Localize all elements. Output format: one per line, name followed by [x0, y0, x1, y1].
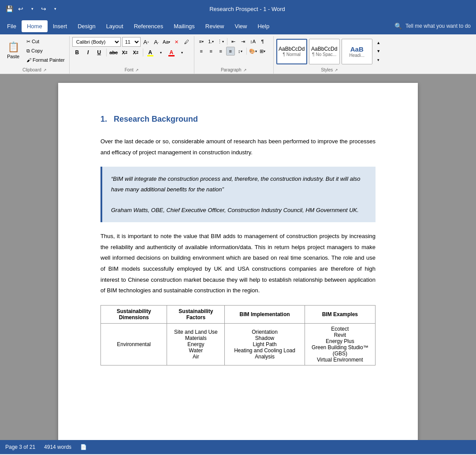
paste-label: Paste — [7, 54, 19, 59]
style-heading1[interactable]: AaB Headi... — [342, 39, 372, 64]
qat-dropdown-icon[interactable]: ▾ — [51, 5, 59, 13]
clipboard-expand-icon[interactable]: ↗ — [43, 68, 47, 72]
ribbon: 📋 Paste ✂ Cut ⧉ Copy 🖌 Format Painter — [0, 34, 476, 74]
menu-view[interactable]: View — [229, 20, 252, 32]
cut-button[interactable]: ✂ Cut — [25, 37, 67, 46]
menu-layout[interactable]: Layout — [101, 20, 129, 32]
styles-scroll-down[interactable]: ▼ — [374, 47, 383, 56]
quote-block: “BIM will integrate the construction pro… — [100, 167, 376, 222]
clipboard-content: 📋 Paste ✂ Cut ⧉ Copy 🖌 Format Painter — [2, 36, 67, 67]
paragraph-1[interactable]: Over the last decade or so, considerable… — [100, 136, 376, 158]
paragraph-content: ≡▾ 1.▾ ⋮▾ ⇤ ⇥ ↕A ¶ ≡ ≡ ≡ ≡ ↕▾ 🎨▾ — [196, 36, 271, 67]
line-spacing-button[interactable]: ↕▾ — [236, 47, 245, 56]
font-expand-icon[interactable]: ↗ — [135, 68, 139, 72]
clear-format-button[interactable]: ✕ — [172, 37, 181, 46]
font-color-button[interactable]: A — [167, 48, 176, 57]
superscript-button[interactable]: X2 — [131, 48, 141, 57]
align-center-button[interactable]: ≡ — [207, 47, 216, 56]
quote-text: “BIM will integrate the construction pro… — [111, 174, 367, 194]
menu-help[interactable]: Help — [252, 20, 275, 32]
table-cell-examples: Ecotect Revit Energy Plus Green Building… — [305, 324, 375, 365]
styles-label: Styles ↗ — [275, 67, 384, 74]
bullets-button[interactable]: ≡▾ — [197, 37, 206, 46]
undo-icon[interactable]: ↩ — [17, 5, 25, 13]
style-heading-preview: AaB — [350, 45, 364, 53]
quote-attribution: Graham Watts, OBE, Chief Executive Offic… — [111, 205, 367, 215]
menu-review[interactable]: Review — [200, 20, 230, 32]
shading-button[interactable]: 🎨▾ — [249, 47, 257, 56]
font-family-select[interactable]: Calibri (Body) — [72, 37, 121, 47]
font-color-dropdown[interactable]: ▾ — [178, 48, 186, 57]
decrease-indent-button[interactable]: ⇤ — [229, 37, 238, 46]
styles-content: AaBbCcDd ¶ Normal AaBbCcDd ¶ No Spac... … — [275, 36, 384, 67]
increase-indent-button[interactable]: ⇥ — [239, 37, 248, 46]
table-row: Environmental Site and Land Use Material… — [101, 324, 376, 365]
menu-design[interactable]: Design — [72, 20, 100, 32]
highlight-eraser-button[interactable]: 🖊 — [182, 37, 191, 46]
font-divider2 — [143, 48, 143, 56]
justify-button[interactable]: ≡ — [226, 47, 235, 56]
tell-me-label[interactable]: Tell me what you want to do — [405, 23, 471, 29]
format-painter-button[interactable]: 🖌 Format Painter — [25, 56, 67, 64]
search-icon: 🔍 — [394, 22, 402, 30]
style-normal[interactable]: AaBbCcDd ¶ Normal — [276, 39, 307, 64]
copy-icon: ⧉ — [26, 48, 30, 54]
font-controls: Calibri (Body) 11 A+ A- Aa▾ ✕ 🖊 B I U — [72, 37, 191, 57]
bold-button[interactable]: B — [72, 48, 82, 57]
paragraph-group: ≡▾ 1.▾ ⋮▾ ⇤ ⇥ ↕A ¶ ≡ ≡ ≡ ≡ ↕▾ 🎨▾ — [194, 36, 274, 74]
para-row1: ≡▾ 1.▾ ⋮▾ ⇤ ⇥ ↕A ¶ — [197, 37, 267, 46]
redo-icon[interactable]: ↪ — [40, 5, 48, 13]
styles-expand[interactable]: ▾ — [374, 56, 383, 64]
sort-button[interactable]: ↕A — [249, 37, 257, 46]
underline-button[interactable]: U — [94, 48, 104, 57]
align-left-button[interactable]: ≡ — [197, 47, 206, 56]
strikethrough-button[interactable]: abc — [109, 48, 119, 57]
text-highlight-dropdown[interactable]: ▾ — [156, 48, 165, 57]
font-content: Calibri (Body) 11 A+ A- Aa▾ ✕ 🖊 B I U — [71, 36, 192, 67]
increase-font-button[interactable]: A+ — [142, 37, 151, 46]
style-no-spacing[interactable]: AaBbCcDd ¶ No Spac... — [309, 39, 340, 64]
table-header-examples: BIM Examples — [305, 306, 375, 324]
clipboard-label: Clipboard ↗ — [2, 67, 67, 74]
subscript-button[interactable]: X2 — [120, 48, 130, 57]
save-icon[interactable]: 💾 — [5, 5, 13, 13]
document-page: 1. Research Background Over the last dec… — [58, 83, 418, 440]
para-divider1 — [227, 38, 227, 45]
sustainability-table: Sustainability Dimensions Sustainability… — [100, 305, 376, 365]
styles-group: AaBbCcDd ¶ Normal AaBbCcDd ¶ No Spac... … — [274, 36, 386, 74]
page-info: Page 3 of 21 — [5, 444, 35, 450]
change-case-button[interactable]: Aa▾ — [162, 37, 171, 46]
align-right-button[interactable]: ≡ — [216, 47, 225, 56]
clipboard-group: 📋 Paste ✂ Cut ⧉ Copy 🖌 Format Painter — [0, 36, 70, 74]
document-heading: 1. Research Background — [100, 115, 376, 124]
paragraph-expand-icon[interactable]: ↗ — [243, 68, 247, 72]
heading-number: 1. — [100, 115, 107, 123]
undo-dropdown-icon[interactable]: ▾ — [28, 5, 36, 13]
cut-icon: ✂ — [26, 39, 30, 45]
decrease-font-button[interactable]: A- — [152, 37, 161, 46]
italic-button[interactable]: I — [83, 48, 93, 57]
styles-scroll-up[interactable]: ▲ — [374, 39, 383, 47]
style-nospace-label: ¶ No Spac... — [312, 52, 336, 57]
paragraph-2[interactable]: Thus, it is important to note the value … — [100, 231, 376, 296]
format-painter-label: Format Painter — [33, 57, 65, 63]
font-label: Font ↗ — [71, 67, 192, 74]
borders-button[interactable]: ⊞▾ — [258, 47, 267, 56]
styles-expand-icon[interactable]: ↗ — [335, 68, 338, 72]
menu-mailings[interactable]: Mailings — [168, 20, 200, 32]
para-row2: ≡ ≡ ≡ ≡ ↕▾ 🎨▾ ⊞▾ — [197, 47, 267, 56]
multilevel-list-button[interactable]: ⋮▾ — [216, 37, 225, 46]
menu-file[interactable]: File — [2, 20, 22, 32]
paste-button[interactable]: 📋 Paste — [3, 37, 24, 63]
track-changes-icon[interactable]: 📄 — [80, 444, 87, 450]
document-area[interactable]: 1. Research Background Over the last dec… — [0, 74, 476, 440]
menu-insert[interactable]: Insert — [48, 20, 73, 32]
text-highlight-button[interactable]: A — [145, 48, 155, 57]
font-size-select[interactable]: 11 — [122, 37, 141, 47]
show-hide-button[interactable]: ¶ — [258, 37, 267, 46]
style-heading-label: Headi... — [350, 53, 364, 58]
numbering-button[interactable]: 1.▾ — [207, 37, 216, 46]
menu-references[interactable]: References — [129, 20, 168, 32]
copy-button[interactable]: ⧉ Copy — [25, 46, 67, 55]
menu-home[interactable]: Home — [22, 20, 48, 32]
